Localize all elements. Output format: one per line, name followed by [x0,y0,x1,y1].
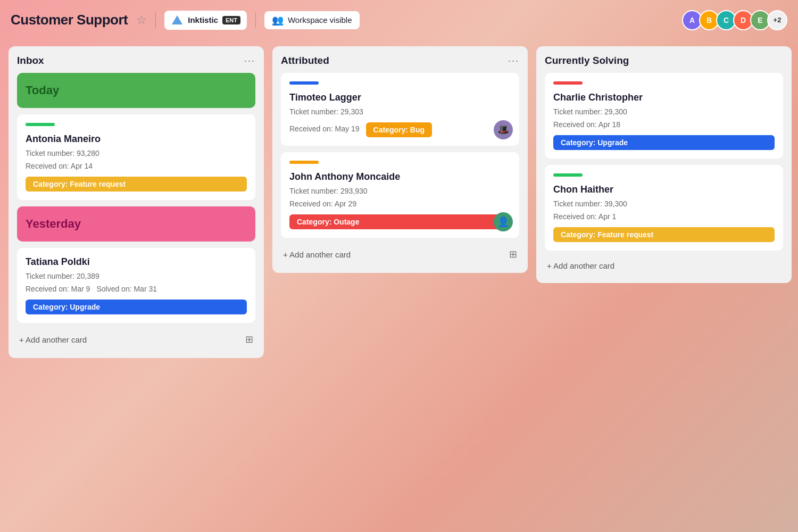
workspace-badge[interactable]: 👥 Workspace visible [264,11,360,29]
column-title-inbox: Inbox [17,55,44,66]
card-accent-pill [26,123,55,126]
card-ticket: Ticket number: 293,930 [289,187,511,195]
workspace-text: Workspace visible [288,15,352,24]
card-received-row: Received on: Mar 9 Solved on: Mar 31 [26,285,247,293]
header: Customer Support ☆ Inktistic ENT 👥 Works… [0,0,798,40]
card-name: Charlie Christopher [553,92,775,103]
card-avatar: 🎩 [494,120,513,139]
brand-badge[interactable]: Inktistic ENT [164,11,247,30]
column-header-inbox: Inbox ··· [17,55,255,66]
column-attributed: Attributed ··· Timoteo Lagger Ticket num… [272,46,528,273]
add-card-solving[interactable]: + Add another card [545,257,783,275]
star-icon[interactable]: ☆ [136,13,147,27]
card-accent-pill [289,81,319,85]
add-card-label: + Add another card [19,335,87,344]
card-charlie-christopher: Charlie Christopher Ticket number: 29,30… [545,73,783,159]
card-received: Received on: Apr 14 [26,162,247,170]
divider-1 [155,12,156,28]
card-john-moncaide: John Anthony Moncaide Ticket number: 293… [281,152,519,238]
card-ticket: Ticket number: 29,300 [553,107,775,116]
card-ticket: Ticket number: 93,280 [26,149,247,157]
category-badge[interactable]: Category: Outage [289,214,511,229]
card-timoteo-lagger: Timoteo Lagger Ticket number: 29,303 Rec… [281,73,519,146]
card-name: Timoteo Lagger [289,92,511,103]
card-accent-pill [553,81,583,85]
brand-logo-icon [171,14,184,27]
card-avatar: 👤 [494,212,513,231]
section-label-today: Today [26,84,59,97]
add-card-label: + Add another card [547,261,614,270]
section-card-today: Today [17,73,255,108]
card-chon-haither: Chon Haither Ticket number: 39,300 Recei… [545,165,783,251]
card-name: John Anthony Moncaide [289,171,511,182]
card-name: Tatiana Poldki [26,256,247,268]
add-card-attributed[interactable]: + Add another card ⊞ [281,244,519,264]
add-card-inbox[interactable]: + Add another card ⊞ [17,329,255,350]
column-title-solving: Currently Solving [545,55,629,66]
column-header-attributed: Attributed ··· [281,55,519,66]
card-received-text: Received on: Mar 9 [26,285,90,293]
category-badge[interactable]: Category: Feature request [553,227,775,242]
column-menu-attributed[interactable]: ··· [508,55,519,66]
section-label-yesterday: Yesterday [26,217,81,231]
card-name: Chon Haither [553,184,775,195]
card-tatiana-poldki: Tatiana Poldki Ticket number: 20,389 Rec… [17,248,255,323]
category-badge[interactable]: Category: Feature request [26,177,247,192]
avatar-overflow[interactable]: +2 [767,10,787,30]
column-inbox: Inbox ··· Today Antonia Maneiro Ticket n… [9,46,264,358]
card-received: Received on: Apr 1 [553,212,775,221]
card-accent-pill [553,173,583,177]
section-card-yesterday: Yesterday [17,206,255,242]
card-received-row: Received on: May 19 Category: Bug [289,120,511,137]
card-ticket: Ticket number: 20,389 [26,272,247,280]
card-received: Received on: Apr 18 [553,120,775,129]
brand-name: Inktistic [188,15,218,24]
card-received-text: Received on: May 19 [289,124,360,133]
category-badge[interactable]: Category: Upgrade [553,135,775,150]
column-currently-solving: Currently Solving Charlie Christopher Ti… [536,46,792,283]
category-badge[interactable]: Category: Bug [366,122,432,137]
board: Inbox ··· Today Antonia Maneiro Ticket n… [0,40,798,364]
card-ticket: Ticket number: 29,303 [289,107,511,116]
card-accent-pill [289,161,319,164]
add-card-label: + Add another card [283,250,351,259]
ent-badge: ENT [222,16,240,24]
column-header-solving: Currently Solving [545,55,783,66]
column-menu-inbox[interactable]: ··· [244,55,255,66]
category-badge[interactable]: Category: Upgrade [26,300,247,314]
card-antonia-maneiro: Antonia Maneiro Ticket number: 93,280 Re… [17,114,255,200]
divider-2 [255,12,256,28]
grid-icon: ⊞ [245,334,253,345]
people-icon: 👥 [272,14,284,26]
column-title-attributed: Attributed [281,55,329,66]
page-title: Customer Support [11,12,128,28]
card-ticket: Ticket number: 39,300 [553,200,775,208]
card-name: Antonia Maneiro [26,134,247,145]
card-solved-text: Solved on: Mar 31 [96,285,157,293]
grid-icon: ⊞ [509,248,517,260]
avatar-group: A B C D E +2 [682,10,787,30]
card-received: Received on: Apr 29 [289,200,511,208]
